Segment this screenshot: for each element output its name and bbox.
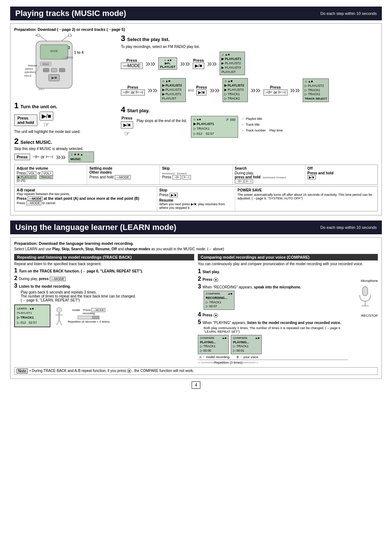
tb-step3-lines: Play goes back 6 seconds and repeats 3 t…: [21, 290, 194, 302]
step2-note: Skip this step if MUSIC is already selec…: [14, 147, 116, 151]
modes-row: Adjust the volume Press VOL or VOL+ ▶ PL…: [14, 165, 378, 185]
cmp-rec-screen: COMPARE▲■ RECORDING... ▷ TRACK1 ▷ 00:07: [204, 291, 234, 310]
step1-press-sub: and hold: [17, 120, 34, 125]
svg-line-28: [57, 320, 59, 325]
stop-label: Stop: [159, 188, 233, 192]
svg-text:3: 3: [68, 45, 70, 50]
tb-step1-num: 1: [14, 267, 17, 274]
cmp-step3-num: 3: [198, 283, 201, 290]
tb-step1-text: Turn on the TRACE BACK function. (→ page…: [19, 269, 143, 273]
step3-press5: Press: [270, 85, 281, 89]
step1-press-label: Press: [17, 116, 34, 120]
learn-section: Preparation: Download the language learn…: [10, 237, 382, 379]
rec-stop-label: REC/STOP: [352, 314, 378, 317]
tb-line3: (→ page 6, "LEARN, REPEAT SET"): [21, 298, 194, 302]
person-icon: [53, 307, 66, 325]
tb-step3-title: Listen to the model recording.: [19, 284, 71, 288]
svg-point-25: [57, 307, 62, 312]
step3-sub: To play recordings, select an FM RADIO p…: [121, 45, 378, 49]
ab-repeat-cell: A-B repeat Play repeats between the two …: [15, 187, 157, 211]
step4-title: Start play.: [127, 108, 150, 113]
cmp-step2-text: Press ●: [203, 278, 218, 282]
tb-step2-text: During play, press —MODE: [19, 277, 66, 281]
step3-screen1: ♫ ▲■ ▶ PLAYLIST1 ▶ PLAYLIST2 ▶ PLAYLIST3…: [220, 52, 245, 75]
svg-rect-5: [59, 68, 65, 72]
music-do-each: Do each step within 10 seconds: [320, 11, 377, 16]
learn-prep2: Select LEARN and use Play, Skip, Search,…: [14, 247, 378, 251]
compare-screens-area: COMPARE▲■ PLAYING... ▷ TRACK1 ▷ 00:05 CO…: [198, 335, 348, 354]
cmp-step2-num: 2: [198, 276, 201, 282]
track-display: ♫ ▲■ 🔊 ||||||| ▶ PLAYLIST1 ▷ TRACK1 ▷ 01…: [191, 116, 238, 138]
ab-row: A-B repeat Play repeats between the two …: [14, 186, 378, 211]
cmp-step5-sub: Both play continuously 3 times. The numb…: [204, 326, 348, 333]
mic-label: Microphone: [352, 279, 378, 283]
off-label: Off: [307, 166, 375, 170]
tb-model-press: model Press —MODE recording Repetition (…: [68, 308, 110, 323]
tb-repetition: Repetition (6 seconds × 3 times): [68, 320, 110, 323]
svg-text:operation): operation): [24, 71, 36, 74]
ab-label: A-B repeat: [17, 188, 155, 192]
tb-step3-num: 3: [14, 283, 17, 289]
learn-prep2-text: Select LEARN and use Play, Skip, Search,…: [14, 247, 224, 251]
skip-cell: Skip backward forward Press ⊣⊢ ⊢⊣: [160, 165, 232, 185]
cmp-step3-screen-area: COMPARE▲■ RECORDING... ▷ TRACK1 ▷ 00:07: [204, 291, 348, 310]
volume-value: Press VOL or VOL+: [17, 171, 53, 175]
step1-title: Turn the unit on.: [20, 104, 57, 109]
svg-line-11: [40, 36, 47, 41]
step3-press4: Press: [196, 85, 207, 89]
step4-press-label: Press: [122, 116, 132, 120]
tb-step3: 3 Listen to the model recording.: [14, 283, 194, 289]
power-save-cell: POWER SAVE The power automatically turns…: [235, 187, 377, 211]
tb-diagram: LEARN ▲■ PLAYLIST1 ▷ TRACK1 ▷ 012 02:57: [14, 304, 194, 327]
step2-music-label: MUSIC: [70, 157, 92, 162]
tb-line1: Play goes back 6 seconds and repeats 3 t…: [21, 290, 194, 294]
trace-back-title: Repeating and listening to model recordi…: [17, 255, 132, 259]
step1-area: 1 Turn the unit on. Press and hold ▶/■ ☞: [14, 101, 116, 134]
left-col: MODE ▶/■ HOLD VOL+: [14, 34, 116, 162]
hand-icon-step1: ☞: [44, 121, 49, 129]
stop-cell: Stop Press ▶/■ Resume When you next pres…: [157, 187, 236, 211]
svg-text:R: R: [35, 34, 37, 37]
music-title: Playing tracks (MUSIC mode): [15, 9, 126, 18]
cmp-screen-b: COMPARE▲■ PLAYING... ▷ TRACK1 ▷ 00:01: [231, 335, 262, 354]
tb-screen: LEARN ▲■ PLAYLIST1 ▷ TRACK1 ▷ 012 02:57: [14, 304, 50, 327]
svg-text:MODE: MODE: [50, 50, 58, 52]
search-label: Search: [235, 166, 303, 170]
step3-screen3: ♫ ▲■ ▶ PLAYLIST2 ▶ PLAYLIST3 ▷ TRACK1 ▷ …: [222, 78, 248, 102]
tb-line2: The number of times to repeat and the tr…: [21, 294, 194, 298]
trace-back-sub: Repeat and listen to the specified trace…: [14, 262, 194, 266]
power-save-label: POWER SAVE: [237, 188, 375, 192]
cmp-step1: 1 Start play.: [198, 268, 348, 275]
cmp-step2: 2 Press ●: [198, 276, 348, 282]
step1-num: 1: [14, 101, 19, 110]
right-col: 3 Select the play list. To play recordin…: [121, 34, 378, 162]
repetition-label: ←————Repetition (3 times)————→: [198, 360, 348, 364]
cmp-step1-num: 1: [198, 268, 201, 275]
microphone-icon: [356, 285, 374, 310]
svg-text:Release: Release: [28, 64, 37, 67]
music-section: Preparation: Download (→page 2) or recor…: [10, 23, 382, 215]
svg-text:(before: (before: [25, 68, 33, 70]
trace-back-header: Repeating and listening to model recordi…: [14, 254, 194, 260]
page-num-value: 4: [192, 381, 201, 389]
cmp-step4: 4 Press ●: [198, 311, 348, 318]
prep-text: Preparation: Download (→page 2) or recor…: [14, 27, 125, 32]
cmp-step5-text: When "PLAYING" appears, listen to the mo…: [203, 321, 341, 325]
learn-two-col: Repeating and listening to model recordi…: [14, 254, 378, 364]
step3-press3: Press: [127, 85, 138, 89]
cmp-step1-text: Start play.: [203, 270, 220, 274]
svg-point-13: [37, 34, 40, 37]
step2-press-label: Press: [17, 155, 28, 159]
step4-num: 4: [121, 105, 125, 114]
cmp-step4-num: 4: [198, 311, 201, 318]
note-label: Note: [17, 369, 28, 373]
volume-range: (0-25): [17, 179, 85, 182]
compare-title: Comparing model recordings and your voic…: [201, 255, 310, 259]
step3-screen4: ♫ ▲■ ▷ PLAYLIST2 ▷ TRACK1 ▷ TRACK2 TRACK…: [303, 78, 329, 102]
learn-section-header: Using the language learner (LEARN mode) …: [10, 221, 382, 234]
step3-screen2: ♫ ▲■ ▶ PLAYLIST2 ▶ PLAYLIST3 ▶ PLAYLIST1…: [160, 78, 186, 102]
step4-play-note: Play stops at the end of the list.: [137, 119, 187, 123]
tb-step2: 2 During play, press —MODE: [14, 275, 194, 282]
cmp-step4-text: Press ●: [203, 313, 218, 317]
search-cell: Search During play, press and hold backw…: [233, 165, 305, 185]
